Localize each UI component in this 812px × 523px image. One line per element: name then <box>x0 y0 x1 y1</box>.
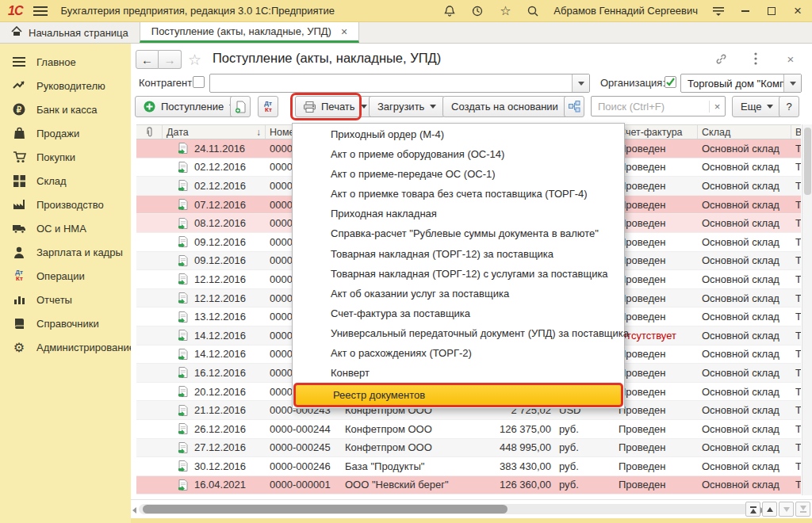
hierarchy-icon <box>569 101 580 113</box>
notifications-bell-icon[interactable] <box>442 4 457 18</box>
sidebar-item-bank-i-kassa[interactable]: ₽ Банк и касса <box>0 97 131 121</box>
set-list-params-button[interactable] <box>564 96 584 117</box>
date-column-header[interactable]: Дата ↓ <box>163 125 266 139</box>
sidebar-item-administrirovanie[interactable]: ⚙ Администрирование <box>0 335 131 359</box>
sidebar-item-prodazhi[interactable]: Продажи <box>0 121 131 145</box>
sidebar-item-zarplata-i-kadry[interactable]: Зарплата и кадры <box>0 240 131 264</box>
current-user[interactable]: Абрамов Геннадий Сергеевич <box>553 5 698 17</box>
bottom-scroll-row <box>131 499 812 518</box>
sidebar-item-operacii[interactable]: ДтКт Операции <box>0 264 131 288</box>
sidebar-item-spravochniki[interactable]: Справочники <box>0 311 131 335</box>
print-menu-item[interactable]: Счет-фактура за поставщика <box>293 303 623 323</box>
add-favorite-star-icon[interactable]: ☆ <box>188 51 201 69</box>
more-dots-icon[interactable] <box>749 52 763 66</box>
load-button[interactable]: Загрузить <box>369 96 445 117</box>
cell-currency: руб. <box>555 439 615 457</box>
print-menu-item[interactable]: Акт о расхождениях (ТОРГ-2) <box>293 343 623 363</box>
scroll-left-icon[interactable] <box>132 507 136 513</box>
posted-document-icon <box>178 349 189 360</box>
print-menu-item[interactable]: Справка-расчет "Рублевые суммы документа… <box>293 223 623 243</box>
print-menu-item[interactable]: Конверт <box>293 363 623 383</box>
form-close-icon[interactable]: × <box>783 52 798 66</box>
cell-date: 21.12.2016 <box>163 401 266 419</box>
table-row[interactable]: 26.12.20160000-000244Конфетпром ООО126 3… <box>136 420 801 439</box>
organization-dropdown-icon[interactable] <box>783 74 801 92</box>
go-prev-button[interactable] <box>762 502 777 517</box>
sidebar-item-glavnoe[interactable]: Главное <box>0 50 131 74</box>
counterparty-checkbox[interactable] <box>193 76 205 88</box>
help-button[interactable]: ? <box>779 96 799 117</box>
sidebar-item-proizvodstvo[interactable]: Производство <box>0 193 131 216</box>
cell-warehouse: Основной склад <box>698 345 791 364</box>
sidebar-item-sklad[interactable]: Склад <box>0 169 131 193</box>
posted-document-icon <box>178 180 189 191</box>
counterparty-label: Контрагент: <box>139 77 195 89</box>
more-button[interactable]: Еще <box>732 96 782 117</box>
cell-attach <box>136 383 163 401</box>
cell-attach <box>136 252 163 270</box>
print-menu-item[interactable]: Приходный ордер (М-4) <box>293 124 623 144</box>
cell-warehouse: Основной склад <box>698 364 791 382</box>
print-menu-item[interactable]: Товарная накладная (ТОРГ-12) за поставщи… <box>293 243 623 263</box>
table-row[interactable]: 27.12.20160000-000245Конфетпром ООО448 9… <box>136 439 801 458</box>
show-postings-button[interactable]: ДтКт <box>258 96 278 117</box>
print-menu-item[interactable]: Приходная накладная <box>293 204 623 223</box>
go-next-button[interactable] <box>779 502 794 517</box>
go-last-button[interactable] <box>795 502 810 517</box>
cell-date: 30.12.2016 <box>163 457 266 475</box>
copy-document-button[interactable] <box>230 96 251 117</box>
tab-close-icon[interactable]: × <box>341 25 347 38</box>
tab-home[interactable]: Начальная страница <box>0 22 140 43</box>
minimize-button[interactable] <box>739 5 752 17</box>
print-menu-item[interactable]: Акт о приеме оборудования (ОС-14) <box>293 144 623 164</box>
counterparty-dropdown-icon[interactable] <box>572 74 589 92</box>
print-menu-item[interactable]: Универсальный передаточный документ (УПД… <box>293 323 623 343</box>
print-menu-item[interactable]: Товарная накладная (ТОРГ-12) с услугами … <box>293 264 623 284</box>
cell-invoice: Проведен <box>615 177 698 195</box>
ruble-coin-icon: ₽ <box>12 102 26 116</box>
new-receipt-button[interactable]: Поступление <box>135 96 244 117</box>
sidebar-item-label: Администрирование <box>36 342 135 353</box>
create-based-on-button[interactable]: Создать на основании <box>442 96 579 117</box>
sidebar-item-rukovoditelyu[interactable]: Руководителю <box>0 74 131 97</box>
vertical-scrollbar[interactable] <box>802 124 812 495</box>
favorites-star-icon[interactable]: ☆ <box>498 4 512 18</box>
back-button[interactable]: ← <box>136 50 159 69</box>
tab-receipts[interactable]: Поступление (акты, накладные, УПД) × <box>140 22 359 43</box>
main-menu-icon[interactable] <box>33 6 48 16</box>
maximize-button[interactable] <box>765 5 778 17</box>
print-menu-item[interactable]: Акт о приемке товара без счета поставщик… <box>293 184 623 204</box>
search-icon[interactable] <box>526 4 540 18</box>
sidebar-item-otchety[interactable]: Отчеты <box>0 288 131 311</box>
organization-checkbox[interactable] <box>665 76 676 88</box>
counterparty-combo[interactable] <box>209 74 590 93</box>
sidebar-item-pokupki[interactable]: Покупки <box>0 145 131 169</box>
sidebar-item-os-i-nma[interactable]: ОС и НМА <box>0 216 131 240</box>
get-link-icon[interactable] <box>714 52 728 66</box>
sidebar-item-label: Склад <box>36 175 67 187</box>
search-input[interactable]: Поиск (Ctrl+F) × <box>591 96 726 116</box>
table-row[interactable]: 30.12.20160000-000246База "Продукты"383 … <box>136 457 801 476</box>
app-window: 1С Бухгалтерия предприятия, редакция 3.0… <box>0 0 812 523</box>
invoice-column-header[interactable]: Счет-фактура <box>615 125 698 139</box>
operation-column-header[interactable]: В <box>791 125 801 139</box>
search-clear-icon[interactable]: × <box>709 101 725 113</box>
print-button[interactable]: Печать <box>295 96 376 117</box>
attachment-column-header[interactable] <box>136 125 163 139</box>
window-close-button[interactable]: × <box>791 5 804 17</box>
print-menu-item[interactable]: Реестр документов <box>293 383 623 407</box>
organization-combo[interactable]: Торговый дом "Комплексный" ООО <box>680 74 802 93</box>
cell-invoice: Проведен <box>615 364 698 382</box>
horizontal-scrollbar[interactable] <box>139 504 757 514</box>
go-first-button[interactable] <box>745 502 760 517</box>
warehouse-column-header[interactable]: Склад <box>698 125 791 139</box>
table-row[interactable]: 16.04.20210000-000001ООО "Невский берег"… <box>136 476 801 495</box>
sidebar-item-label: Зарплата и кадры <box>36 246 123 258</box>
history-icon[interactable] <box>470 4 485 18</box>
print-menu-item[interactable]: Акт о приеме-передаче ОС (ОС-1) <box>293 164 623 184</box>
cell-optype: То <box>791 270 801 288</box>
horizontal-scroll-thumb[interactable] <box>143 505 508 513</box>
service-menu-icon[interactable] <box>711 4 726 18</box>
print-menu-item[interactable]: Акт об оказании услуг за поставщика <box>293 284 623 303</box>
forward-button[interactable]: → <box>159 50 182 69</box>
